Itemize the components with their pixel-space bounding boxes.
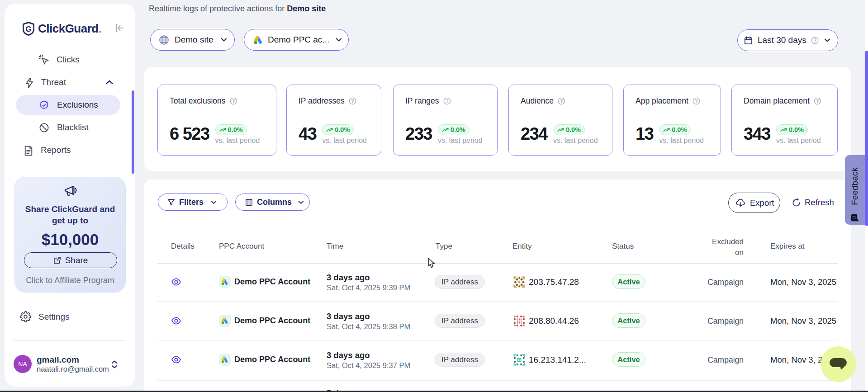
svg-text:G: G: [25, 24, 31, 33]
